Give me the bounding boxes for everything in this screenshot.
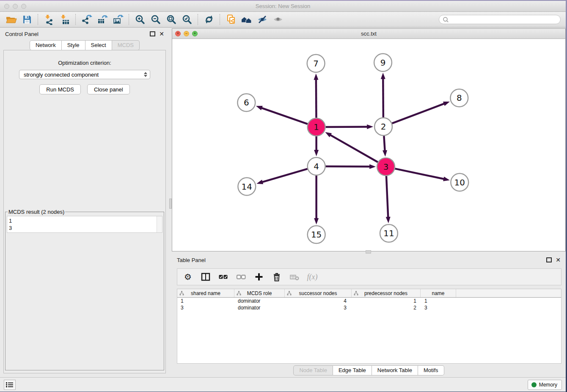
export-image-button[interactable] (110, 13, 126, 26)
first-neighbors-button[interactable] (239, 13, 254, 26)
close-window-button[interactable] (4, 4, 9, 9)
graph-edge-arrowhead (314, 150, 319, 156)
hide-selected-button[interactable] (254, 13, 270, 26)
tab-motifs[interactable]: Motifs (418, 365, 444, 375)
network-graph-svg[interactable]: 1234678910111415 (172, 39, 565, 251)
graph-edge-arrowhead (367, 124, 373, 129)
new-network-from-selection-button[interactable] (223, 13, 239, 26)
export-table-button[interactable] (94, 13, 110, 26)
graph-edge-1-2[interactable] (326, 127, 368, 127)
save-session-button[interactable] (19, 13, 35, 26)
cell-shared-name[interactable]: 1 (177, 298, 234, 304)
graph-edge-arrowhead (381, 73, 385, 79)
close-table-panel-button[interactable]: ✕ (556, 257, 561, 263)
tab-select[interactable]: Select (85, 40, 112, 50)
column-label: MCDS role (247, 290, 272, 296)
splitter-handle[interactable] (366, 250, 371, 254)
graph-edge-1-7[interactable] (316, 79, 317, 118)
column-header-predecessor-nodes[interactable]: predecessor nodes (352, 289, 421, 297)
import-table-button[interactable] (57, 13, 72, 26)
float-table-panel-button[interactable] (546, 257, 552, 262)
column-header-shared-name[interactable]: shared name (177, 289, 234, 297)
cell-predecessor-nodes[interactable]: 1 (352, 298, 421, 304)
result-scrollbar-track[interactable] (157, 216, 162, 232)
close-panel-button[interactable]: ✕ (159, 31, 164, 37)
optimization-criterion-label: Optimization criterion: (58, 60, 111, 66)
graph-edge-3-1[interactable] (330, 135, 378, 162)
column-label: shared name (191, 290, 220, 296)
tab-node-table[interactable]: Node Table (293, 365, 333, 375)
network-zoom-button[interactable]: + (192, 31, 198, 36)
column-label: predecessor nodes (364, 290, 407, 296)
graph-edge-2-9[interactable] (383, 78, 383, 118)
column-header-mcds-role[interactable]: MCDS role (234, 289, 285, 297)
export-network-icon (81, 14, 92, 25)
zoom-selected-button[interactable] (179, 13, 195, 26)
cell-predecessor-nodes[interactable]: 2 (352, 305, 421, 311)
refresh-button[interactable] (201, 13, 217, 26)
panel-divider[interactable] (169, 28, 172, 377)
cell-name[interactable]: 1 (421, 298, 456, 304)
control-panel: Control Panel ✕ Network Style Select MCD… (0, 28, 169, 377)
tab-network[interactable]: Network (30, 40, 62, 50)
run-mcds-button[interactable]: Run MCDS (39, 84, 81, 94)
memory-button[interactable]: Memory (528, 380, 562, 390)
tab-network-table[interactable]: Network Table (372, 365, 418, 375)
criterion-select[interactable]: strongly connected component (19, 70, 150, 79)
zoom-in-button[interactable] (132, 13, 148, 26)
table-row[interactable]: 1 dominator 4 1 1 (177, 298, 561, 304)
toolbar-separator (75, 14, 76, 25)
unchecked-boxes-icon (236, 272, 246, 282)
zoom-out-button[interactable] (148, 13, 163, 26)
deselect-all-button[interactable] (236, 271, 247, 282)
column-label: successor nodes (299, 290, 337, 296)
horizontal-splitter[interactable] (172, 251, 566, 254)
criterion-value: strongly connected component (24, 72, 99, 78)
graph-edge-1-6[interactable] (261, 108, 308, 124)
close-panel-button-mcds[interactable]: Close panel (87, 84, 130, 94)
table-settings-button[interactable]: ⚙ (182, 271, 193, 282)
minimize-window-button[interactable] (13, 4, 18, 9)
network-canvas[interactable]: 1234678910111415 (172, 39, 565, 251)
graph-edge-3-11[interactable] (386, 176, 388, 218)
tab-edge-table[interactable]: Edge Table (333, 365, 372, 375)
function-builder-button[interactable]: f(x) (307, 271, 318, 282)
import-network-button[interactable] (41, 13, 57, 26)
cell-mcds-role[interactable]: dominator (234, 305, 285, 311)
cell-successor-nodes[interactable]: 3 (285, 305, 352, 311)
add-column-button[interactable] (253, 271, 264, 282)
export-network-button[interactable] (79, 13, 94, 26)
column-header-successor-nodes[interactable]: successor nodes (285, 289, 352, 297)
divider-handle[interactable] (169, 199, 172, 209)
table-row[interactable]: 3 dominator 3 2 3 (177, 304, 561, 311)
tab-mcds[interactable]: MCDS (112, 40, 140, 50)
delete-table-button[interactable] (289, 271, 300, 282)
network-window-titlebar[interactable]: ✕ − + scc.txt (172, 29, 565, 39)
tab-style[interactable]: Style (62, 40, 85, 50)
zoom-fit-button[interactable] (163, 13, 179, 26)
show-all-button[interactable] (270, 13, 286, 26)
cell-successor-nodes[interactable]: 4 (285, 298, 352, 304)
network-minimize-button[interactable]: − (184, 31, 189, 36)
graph-edge-2-3[interactable] (384, 136, 385, 151)
graph-edge-4-3[interactable] (326, 166, 371, 167)
graph-edge-4-14[interactable] (262, 169, 308, 182)
network-close-button[interactable]: ✕ (175, 31, 181, 36)
split-panel-button[interactable] (200, 271, 211, 282)
cell-shared-name[interactable]: 3 (177, 305, 234, 311)
zoom-window-button[interactable] (21, 4, 26, 9)
graph-edge-2-8[interactable] (392, 103, 445, 123)
cell-mcds-role[interactable]: dominator (234, 298, 285, 304)
task-history-button[interactable] (4, 380, 16, 390)
cell-name[interactable]: 3 (421, 305, 456, 311)
float-panel-button[interactable] (150, 31, 155, 36)
search-input[interactable] (451, 16, 557, 23)
open-session-button[interactable] (3, 13, 19, 26)
select-all-button[interactable] (218, 271, 229, 282)
search-box[interactable] (439, 15, 561, 24)
column-header-name[interactable]: name (421, 289, 456, 297)
delete-column-button[interactable] (271, 271, 282, 282)
toolbar-separator (198, 14, 198, 25)
mcds-result-area[interactable]: 1 3 (7, 216, 162, 233)
graph-edge-3-10[interactable] (395, 168, 444, 179)
